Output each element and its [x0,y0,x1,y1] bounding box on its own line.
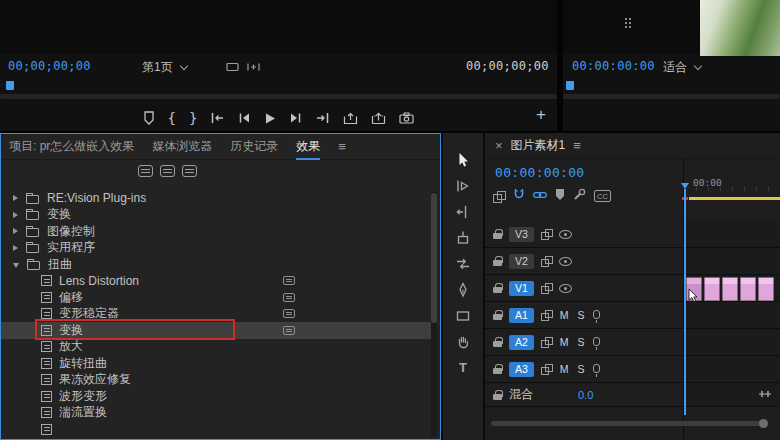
tree-effect-rolling-shutter[interactable]: 果冻效应修复 [1,372,433,389]
mark-out-button[interactable]: } [189,110,197,126]
track-target-a1[interactable]: A1 [509,308,534,323]
extract-icon[interactable] [371,110,386,126]
captions-icon[interactable]: CC [594,190,611,202]
go-to-in-icon[interactable] [210,110,225,126]
lift-icon[interactable] [343,110,358,126]
chevron-right-icon[interactable] [13,245,18,251]
tab-project[interactable]: 项目: pr怎么做嵌入效果 [9,134,134,160]
add-marker-icon[interactable] [555,188,565,204]
pen-tool-icon[interactable] [454,281,472,298]
sync-lock-icon[interactable] [541,283,552,293]
tree-folder-revision[interactable]: RE:Vision Plug-ins [1,190,433,207]
lock-icon[interactable] [493,337,502,347]
tree-effect-lens-distortion[interactable]: Lens Distortion [1,273,433,290]
mark-in-button[interactable]: { [168,110,176,126]
play-icon[interactable] [264,110,276,126]
lock-icon[interactable] [493,229,502,239]
add-button[interactable]: + [536,108,546,122]
snap-icon[interactable] [513,188,525,204]
page-selector-dropdown[interactable]: 第1页 [142,59,187,76]
mute-button[interactable]: M [559,309,569,321]
playhead-line[interactable] [684,189,686,415]
timeline-ruler[interactable] [684,187,780,191]
timeline-clip[interactable] [722,277,738,301]
tree-folder-distort[interactable]: 扭曲 [1,256,433,273]
track-target-a3[interactable]: A3 [509,362,534,377]
tree-folder-utility[interactable]: 实用程序 [1,240,433,257]
source-zoom-scrollbar[interactable] [0,94,557,99]
type-tool-icon[interactable]: T [454,359,472,376]
timeline-clip[interactable] [758,277,774,301]
sync-lock-icon[interactable] [541,256,552,266]
tab-history[interactable]: 历史记录 [230,134,278,160]
step-back-icon[interactable] [238,110,251,126]
eye-icon[interactable] [559,257,572,266]
timeline-zoom-scrollbar[interactable] [491,421,763,426]
track-target-v3[interactable]: V3 [509,227,534,242]
mic-icon[interactable] [593,337,600,346]
chevron-right-icon[interactable] [13,228,18,234]
timeline-zoom-handle[interactable] [759,419,768,428]
add-marker-icon[interactable] [143,110,155,126]
mute-button[interactable]: M [559,336,569,348]
effects-scrollbar-thumb[interactable] [431,193,437,323]
timeline-clip[interactable] [704,277,720,301]
zoom-select-icon[interactable] [226,61,239,75]
settings-icon[interactable] [246,61,261,75]
nest-insert-icon[interactable] [493,191,505,202]
lock-icon[interactable] [493,310,502,320]
mic-icon[interactable] [593,364,600,373]
tab-media-browser[interactable]: 媒体浏览器 [152,134,212,160]
mute-button[interactable]: M [559,363,569,375]
yuv-effects-filter-icon[interactable] [182,165,197,177]
fader-icon[interactable] [758,388,772,402]
timeline-tab-label[interactable]: 图片素材1 [511,137,566,154]
linked-selection-icon[interactable] [533,189,547,203]
go-to-out-icon[interactable] [315,110,330,126]
timeline-clip[interactable] [740,277,756,301]
tree-folder-image-control[interactable]: 图像控制 [1,223,433,240]
lock-icon[interactable] [493,283,502,293]
eye-icon[interactable] [559,284,572,293]
effects-scrollbar[interactable] [431,191,437,437]
sync-lock-icon[interactable] [541,229,552,239]
chevron-right-icon[interactable] [13,195,18,201]
hand-tool-icon[interactable] [454,333,472,350]
solo-button[interactable]: S [576,309,586,321]
zoom-fit-dropdown[interactable]: 适合 [663,59,701,76]
mix-value[interactable]: 0.0 [578,389,593,401]
selection-tool-icon[interactable] [454,151,472,168]
lock-icon[interactable] [493,364,502,374]
program-timecode-current[interactable]: 00:00:00:00 [572,59,655,73]
tree-effect-partial[interactable] [1,421,433,438]
timeline-settings-wrench-icon[interactable] [573,188,586,204]
panel-menu-icon[interactable]: ≡ [338,139,346,154]
track-target-v1[interactable]: V1 [509,281,534,296]
source-timecode-current[interactable]: 00;00;00;00 [8,59,91,73]
mic-icon[interactable] [593,310,600,319]
timeline-timecode[interactable]: 00:00:00:00 [495,165,584,180]
eye-icon[interactable] [559,230,572,239]
rectangle-tool-icon[interactable] [454,307,472,324]
source-playhead-marker[interactable] [6,81,14,90]
program-playhead-marker[interactable] [566,81,574,90]
program-zoom-scrollbar[interactable] [563,94,780,99]
track-select-forward-tool-icon[interactable] [454,177,472,194]
track-target-v2[interactable]: V2 [509,254,534,269]
track-target-a2[interactable]: A2 [509,335,534,350]
tree-effect-offset[interactable]: 偏移 [1,289,433,306]
solo-button[interactable]: S [576,336,586,348]
tree-effect-wave-warp[interactable]: 波形变形 [1,388,433,405]
slip-tool-icon[interactable] [454,255,472,272]
panel-menu-icon[interactable]: ≡ [573,138,581,153]
tree-effect-twirl[interactable]: 旋转扭曲 [1,355,433,372]
lock-icon[interactable] [493,390,502,400]
tree-effect-magnify[interactable]: 放大 [1,339,433,356]
solo-button[interactable]: S [576,363,586,375]
tree-effect-turbulent-displace[interactable]: 湍流置换 [1,405,433,422]
ripple-edit-tool-icon[interactable] [454,203,472,220]
sync-lock-icon[interactable] [541,337,552,347]
tree-folder-transform[interactable]: 变换 [1,207,433,224]
tab-effects[interactable]: 效果 [296,134,320,160]
chevron-right-icon[interactable] [13,212,18,218]
